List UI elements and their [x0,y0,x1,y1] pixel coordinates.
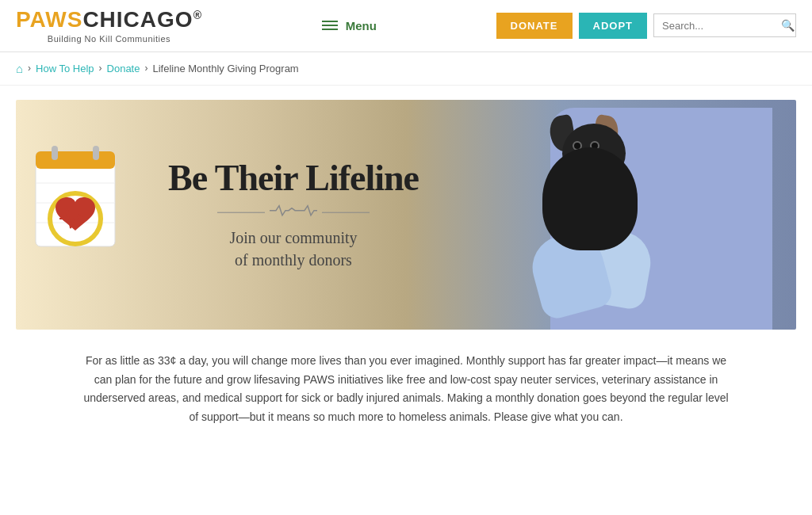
logo-chicago: CHICAGO [82,7,193,32]
breadcrumb-how-to-help[interactable]: How To Help [36,63,94,74]
breadcrumb-sep-3: › [144,63,147,74]
breadcrumb-donate[interactable]: Donate [107,63,140,74]
adopt-button[interactable]: ADOPT [579,13,648,39]
hero-title: Be Their Lifeline [143,158,444,199]
donate-button[interactable]: DONATE [496,13,573,39]
site-logo[interactable]: PAWSCHICAGO® Building No Kill Communitie… [16,8,202,44]
svg-rect-2 [52,146,58,160]
nav-menu-button[interactable]: Menu [322,19,377,32]
search-box[interactable]: 🔍 [653,13,796,37]
vet-figure [519,100,772,330]
logo-tagline: Building No Kill Communities [16,34,202,44]
hero-subtitle: Join our communityof monthly donors [143,227,444,271]
breadcrumb-current: Lifeline Monthly Giving Program [152,63,298,74]
menu-label: Menu [346,19,377,32]
pulse-icon [270,204,317,220]
hero-text-area: Be Their Lifeline Join our communityof m… [143,158,444,272]
breadcrumb-sep-1: › [28,63,31,74]
puppy-body [542,147,638,250]
hero-divider [143,204,444,220]
search-icon[interactable]: 🔍 [781,19,795,32]
hamburger-icon [322,21,338,30]
logo-paws: PAWS [16,7,82,32]
breadcrumb: ⌂ › How To Help › Donate › Lifeline Mont… [0,52,812,86]
home-icon[interactable]: ⌂ [16,62,23,75]
logo-registered: ® [193,9,202,21]
description-section: For as little as 33¢ a day, you will cha… [0,330,812,451]
breadcrumb-sep-2: › [99,63,102,74]
site-header: PAWSCHICAGO® Building No Kill Communitie… [0,0,812,52]
description-text: For as little as 33¢ a day, you will cha… [81,352,731,427]
calendar-illustration [28,132,131,290]
svg-rect-1 [36,151,115,169]
header-actions: DONATE ADOPT 🔍 [496,13,796,39]
search-input[interactable] [662,20,781,32]
svg-rect-3 [93,146,99,160]
hero-banner: Be Their Lifeline Join our communityof m… [16,100,796,330]
